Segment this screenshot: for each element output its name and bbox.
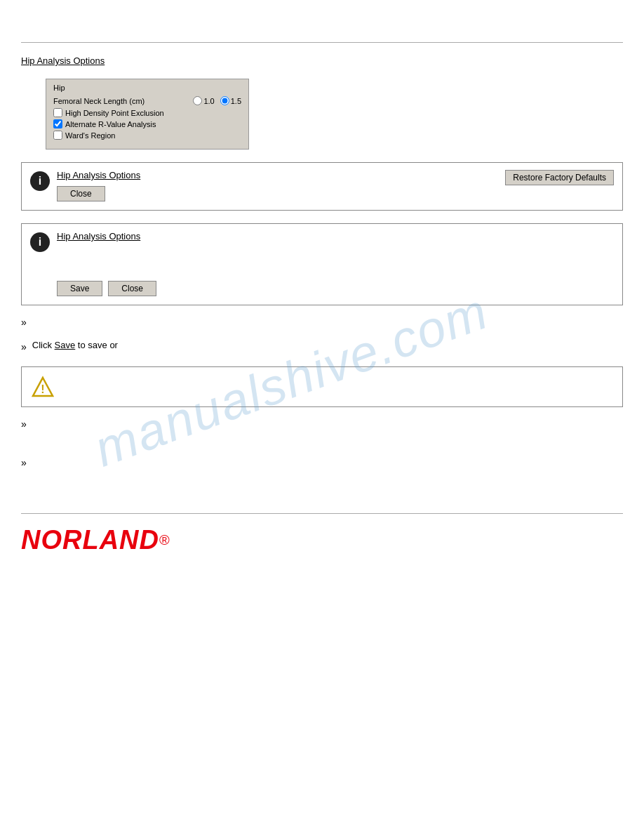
checkbox3-row[interactable]: Ward's Region xyxy=(53,131,241,140)
info-box-2-title[interactable]: Hip Analysis Options xyxy=(57,231,140,241)
bullet-arrow-2: » xyxy=(21,339,27,355)
checkbox1-row[interactable]: High Density Point Exclusion xyxy=(53,108,241,117)
radio-15-label[interactable]: 1.5 xyxy=(220,96,241,105)
femoral-label: Femoral Neck Length (cm) xyxy=(53,97,193,105)
info-box-1-close-button[interactable]: Close xyxy=(57,186,105,201)
svg-text:!: ! xyxy=(41,383,44,395)
hip-dialog: Hip Femoral Neck Length (cm) 1.0 1.5 Hig… xyxy=(46,79,249,150)
checkbox2-label: Alternate R-Value Analysis xyxy=(65,120,156,128)
bullet-arrow-4: » xyxy=(21,455,27,470)
checkbox1-label: High Density Point Exclusion xyxy=(65,109,164,117)
bottom-divider xyxy=(21,513,623,514)
bullet-arrow-3: » xyxy=(21,416,27,432)
checkbox-alternate-r[interactable] xyxy=(53,119,62,128)
radio-10[interactable] xyxy=(193,96,202,105)
info-box-2-inner: i Hip Analysis Options Save Close xyxy=(30,231,614,296)
info-box-2-btn-row: Save Close xyxy=(57,281,614,296)
norland-registered: ® xyxy=(159,532,170,548)
femoral-row: Femoral Neck Length (cm) 1.0 1.5 xyxy=(53,96,241,105)
info-icon-2: i xyxy=(30,232,50,252)
bullet-row-4: » xyxy=(21,454,623,470)
checkbox3-label: Ward's Region xyxy=(65,131,115,140)
femoral-radio-group: 1.0 1.5 xyxy=(193,96,241,105)
top-link[interactable]: Hip Analysis Options xyxy=(21,55,105,66)
bullet-row-3: » xyxy=(21,416,623,432)
norland-logo-text: NORLAND xyxy=(21,525,159,555)
info-box-2-close-button[interactable]: Close xyxy=(108,281,156,296)
checkbox-high-density[interactable] xyxy=(53,108,62,117)
restore-factory-defaults-button[interactable]: Restore Factory Defaults xyxy=(505,170,614,185)
bullet-2-after: to save or xyxy=(78,340,118,350)
warning-icon: ! xyxy=(32,376,54,398)
checkbox-wards-region[interactable] xyxy=(53,131,62,140)
info-box-1-btn-row: Close xyxy=(57,186,614,201)
bullet-row-2: » Click Save to save or xyxy=(21,338,623,355)
info-box-2: i Hip Analysis Options Save Close xyxy=(21,223,623,305)
norland-logo: NORLAND® xyxy=(21,525,623,555)
bullet-2-before: Click xyxy=(32,340,52,350)
bullet-text-2: Click Save to save or xyxy=(32,338,623,353)
info-box-2-save-button[interactable]: Save xyxy=(57,281,102,296)
info-box-2-content: Hip Analysis Options Save Close xyxy=(57,231,614,296)
checkbox2-row[interactable]: Alternate R-Value Analysis xyxy=(53,119,241,128)
bullet-row-1: » xyxy=(21,314,623,330)
bullet-arrow-1: » xyxy=(21,315,27,330)
page-container: manualshive.com Hip Analysis Options Hip… xyxy=(0,42,644,834)
radio-10-label[interactable]: 1.0 xyxy=(193,96,214,105)
radio-15[interactable] xyxy=(220,96,229,105)
bullet-2-link[interactable]: Save xyxy=(55,340,76,350)
warning-box: ! xyxy=(21,366,623,407)
info-box-1: Restore Factory Defaults i Hip Analysis … xyxy=(21,162,623,211)
top-divider xyxy=(21,42,623,43)
info-icon-1: i xyxy=(30,171,50,191)
hip-dialog-title: Hip xyxy=(53,84,241,92)
